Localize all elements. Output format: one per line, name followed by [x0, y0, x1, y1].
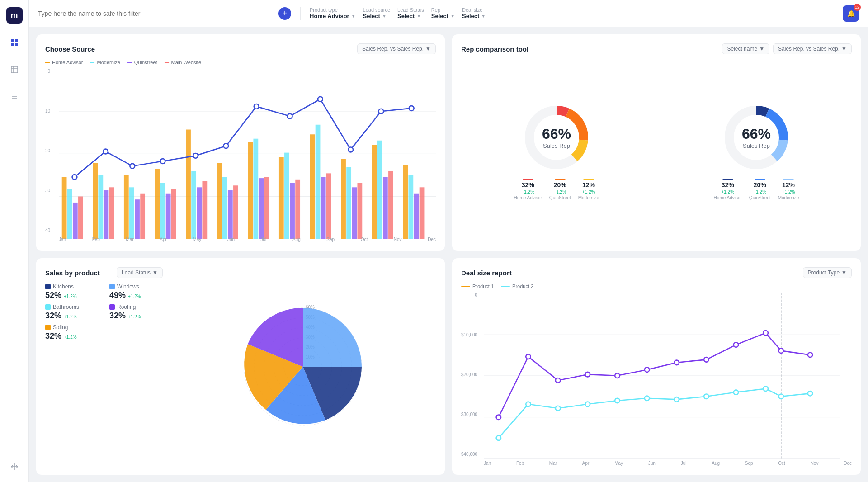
product-type-filter[interactable]: Product type Home Advisor ▼: [310, 7, 356, 19]
content-grid: Choose Source Sales Rep. vs Sales Rep. ▼…: [29, 27, 868, 482]
svg-rect-16: [104, 190, 109, 239]
svg-point-61: [160, 159, 165, 164]
deal-size-dropdown[interactable]: Product Type ▼: [803, 267, 852, 278]
svg-point-64: [254, 104, 259, 109]
svg-rect-4: [11, 66, 18, 73]
svg-rect-49: [357, 183, 362, 239]
select-name-dropdown[interactable]: Select name ▼: [722, 43, 769, 54]
donut-right-center: 66% Sales Rep: [742, 126, 771, 149]
rep-donut-left: 66% Sales Rep 32% +1.2% Home Advisor: [514, 101, 599, 200]
legend-bar-qs: [555, 179, 566, 180]
sidebar-icon-grid[interactable]: [6, 34, 23, 51]
lead-status-value: Select ▼: [397, 13, 424, 19]
donut-right-wrapper: 66% Sales Rep: [720, 101, 793, 174]
donut-left-center: 66% Sales Rep: [542, 126, 571, 149]
deal-size-filter[interactable]: Deal size Select ▼: [462, 7, 486, 19]
svg-rect-25: [171, 189, 176, 239]
donut-right-label: Sales Rep: [742, 142, 771, 149]
svg-rect-57: [420, 187, 425, 239]
svg-point-109: [556, 406, 561, 411]
sbp-pie-area: 60% 50% 40% 30% 20% 10%: [170, 267, 436, 466]
svg-rect-32: [228, 190, 233, 239]
filter-name-input[interactable]: [38, 10, 273, 17]
notification-badge: 12: [854, 4, 861, 11]
svg-rect-27: [191, 171, 196, 239]
svg-rect-38: [279, 157, 284, 239]
choose-source-dropdown[interactable]: Sales Rep. vs Sales Rep. ▼: [357, 43, 436, 54]
lead-status-filter[interactable]: Lead Status Select ▼: [397, 7, 424, 19]
deal-size-card: Deal size report Product Type ▼ Product …: [452, 258, 861, 475]
svg-point-104: [763, 331, 768, 336]
svg-point-102: [704, 357, 709, 362]
svg-rect-14: [93, 163, 98, 239]
sbp-siding: Siding 32% +1.2%: [45, 324, 99, 341]
rep-legend-item-ha: 32% +1.2% Home Advisor: [514, 179, 542, 200]
svg-rect-28: [197, 187, 202, 239]
svg-point-117: [779, 394, 784, 399]
deal-legend-p2: Product 2: [501, 284, 533, 289]
svg-point-111: [615, 398, 620, 403]
sbp-dropdown[interactable]: Lead Status ▼: [117, 267, 163, 278]
sidebar-icon-map[interactable]: [6, 61, 23, 78]
topbar-divider: [300, 7, 301, 20]
lead-source-label: Lead source: [363, 7, 391, 13]
y-axis-labels: 40 30 20 10 0: [45, 69, 52, 233]
main-content: + Product type Home Advisor ▼ Lead sourc…: [29, 0, 868, 482]
svg-rect-34: [248, 142, 253, 239]
donut-left-pct: 66%: [542, 126, 571, 142]
legend-modernize: Modernize: [90, 60, 120, 65]
svg-rect-10: [62, 177, 67, 239]
sbp-roofing: Roofing 32% +1.2%: [109, 304, 163, 321]
logo[interactable]: m: [6, 7, 23, 24]
rep-filter[interactable]: Rep Select ▼: [431, 7, 455, 19]
sales-by-product-card: Sales by product Lead Status ▼ Kitchens …: [36, 258, 445, 475]
svg-point-112: [645, 396, 650, 401]
svg-point-114: [704, 394, 709, 399]
deal-size-legend: Product 1 Product 2: [461, 284, 852, 289]
svg-rect-30: [217, 163, 222, 239]
rep-value: Select ▼: [431, 13, 455, 19]
svg-point-66: [318, 97, 323, 102]
svg-rect-31: [222, 177, 227, 239]
sbp-dot-roofing: [109, 304, 115, 310]
sbp-dot-kitchens: [45, 284, 51, 289]
rep-legend-item-mod: 12% +1.2% Modernize: [578, 179, 599, 200]
choose-source-legend: Home Advisor Modernize Quinstreet Main W…: [45, 60, 436, 65]
svg-rect-45: [326, 173, 331, 239]
legend-dot-main-website: [165, 62, 169, 63]
svg-point-110: [585, 402, 590, 407]
sidebar-icon-list[interactable]: [6, 89, 23, 105]
notification-button[interactable]: 🔔 12: [843, 5, 859, 22]
svg-rect-56: [414, 194, 419, 239]
svg-rect-47: [346, 167, 351, 239]
svg-point-105: [779, 348, 784, 353]
add-filter-button[interactable]: +: [278, 7, 291, 20]
svg-point-63: [224, 143, 229, 148]
svg-rect-21: [140, 194, 145, 239]
donut-left-wrapper: 66% Sales Rep: [520, 101, 593, 174]
notification-icon: 🔔: [847, 10, 855, 17]
sidebar-icon-move[interactable]: [6, 458, 23, 475]
svg-rect-43: [316, 125, 321, 239]
svg-rect-15: [98, 175, 103, 239]
x-axis-labels: Jan Feb Mar Apr May Jun Jul Aug Sep Oct …: [59, 237, 436, 242]
choose-source-card: Choose Source Sales Rep. vs Sales Rep. ▼…: [36, 34, 445, 251]
choose-source-chart: 40 30 20 10 0: [45, 69, 436, 242]
svg-rect-48: [352, 187, 357, 239]
svg-point-98: [585, 372, 590, 377]
svg-point-115: [734, 390, 739, 395]
svg-point-99: [615, 373, 620, 378]
svg-rect-37: [264, 177, 269, 239]
svg-rect-55: [408, 175, 413, 239]
rep-donut-right: 66% Sales Rep 32% +1.2% Home Advisor: [714, 101, 799, 200]
rep-comparison-type-dropdown[interactable]: Sales Rep. vs Sales Rep. ▼: [773, 43, 852, 54]
sbp-pie-svg: 60% 50% 40% 30% 20% 10%: [235, 299, 371, 435]
svg-rect-44: [321, 177, 326, 239]
legend-bar-ha: [523, 179, 533, 180]
svg-rect-53: [388, 171, 393, 239]
sbp-items: Kitchens 52% +1.2% Windows 49% +1.2%: [45, 284, 163, 341]
svg-point-107: [496, 435, 501, 440]
lead-source-filter[interactable]: Lead source Select ▼: [363, 7, 391, 19]
deal-legend-line-p1: [461, 286, 470, 287]
legend-home-advisor: Home Advisor: [45, 60, 83, 65]
